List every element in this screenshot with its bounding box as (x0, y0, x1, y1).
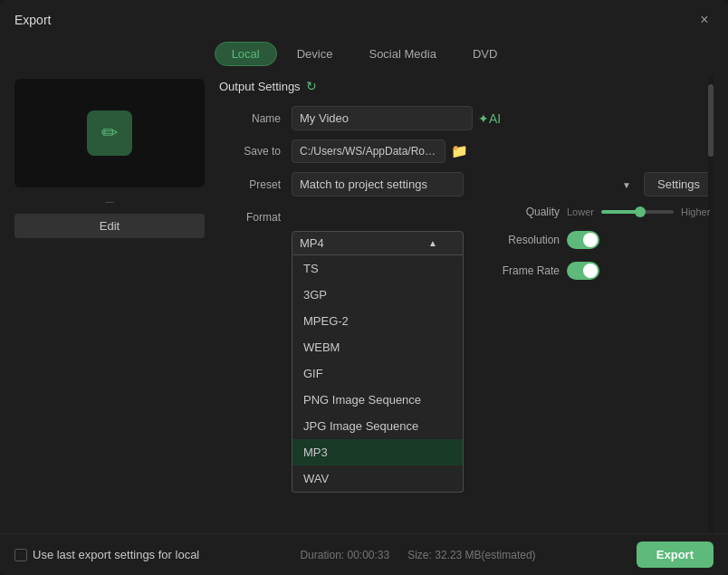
quality-label: Quality (487, 206, 560, 218)
settings-panel: Output Settings ↻ Name ✦AI Save to 📁 (219, 75, 714, 533)
format-dropdown-wrapper: MP4 ▲ TS 3GP MPEG-2 WEBM GIF PNG Image S… (292, 231, 464, 255)
format-row: Format MP4 ▲ TS 3GP MPEG-2 WEBM GIF (219, 206, 714, 280)
format-option-mpeg2[interactable]: MPEG-2 (292, 308, 463, 334)
scrollbar-track (708, 75, 714, 533)
format-label: Format (219, 206, 292, 224)
preset-select[interactable]: Match to project settings (292, 172, 464, 196)
resolution-label: Resolution (487, 234, 560, 246)
export-button[interactable]: Export (637, 541, 714, 568)
preview-icon: ✏ (87, 110, 132, 156)
tab-local[interactable]: Local (215, 42, 277, 66)
folder-icon[interactable]: 📁 (451, 143, 468, 159)
preview-box: ✏ (14, 79, 205, 187)
frame-rate-toggle[interactable] (567, 262, 599, 280)
save-to-row: Save to 📁 (219, 139, 714, 163)
content-area: ✏ — Edit Output Settings ↻ Name ✦AI (0, 75, 728, 533)
format-option-mp3[interactable]: MP3 (292, 439, 463, 465)
preset-row: Preset Match to project settings ▼ Setti… (219, 172, 714, 196)
frame-rate-label: Frame Rate (487, 264, 560, 277)
format-option-webm[interactable]: WEBM (292, 334, 463, 360)
preview-panel: ✏ — Edit (14, 75, 205, 533)
tab-bar: Local Device Social Media DVD (0, 36, 728, 75)
output-settings-header: Output Settings ↻ (219, 79, 714, 93)
name-row: Name ✦AI (219, 106, 714, 130)
format-option-png-seq[interactable]: PNG Image Sequence (292, 387, 463, 413)
export-window: Export × Local Device Social Media DVD ✏… (0, 0, 728, 575)
refresh-icon[interactable]: ↻ (306, 79, 317, 93)
format-control: MP4 ▲ TS 3GP MPEG-2 WEBM GIF PNG Image S… (292, 206, 714, 280)
format-option-ts[interactable]: TS (292, 255, 463, 282)
frame-rate-toggle-knob (583, 264, 598, 278)
last-export-label: Use last export settings for local (33, 548, 199, 561)
format-select-box[interactable]: MP4 ▲ (292, 231, 464, 255)
preset-arrow-icon: ▼ (622, 179, 631, 189)
last-export-checkbox[interactable] (14, 549, 27, 561)
format-option-gif[interactable]: GIF (292, 360, 463, 387)
quality-higher-label: Higher (681, 206, 710, 217)
format-dropdown-list: TS 3GP MPEG-2 WEBM GIF PNG Image Sequenc… (292, 255, 464, 493)
size-text: Size: 32.23 MB(estimated) (407, 549, 535, 561)
checkbox-row: Use last export settings for local (14, 548, 199, 561)
tab-dvd[interactable]: DVD (456, 42, 513, 66)
preset-control: Match to project settings ▼ Settings (292, 172, 714, 196)
format-option-wav[interactable]: WAV (292, 465, 463, 492)
window-title: Export (14, 13, 51, 27)
settings-button[interactable]: Settings (644, 172, 714, 196)
scrollbar-thumb[interactable] (708, 84, 714, 157)
preset-select-wrapper: Match to project settings ▼ (292, 172, 638, 196)
quality-slider[interactable] (601, 210, 674, 214)
save-to-input[interactable] (292, 139, 445, 163)
close-button[interactable]: × (695, 11, 714, 29)
format-option-3gp[interactable]: 3GP (292, 282, 463, 308)
save-to-label: Save to (219, 145, 292, 158)
resolution-toggle-knob (583, 233, 598, 247)
name-input[interactable] (292, 106, 473, 130)
title-bar: Export × (0, 0, 728, 36)
format-arrow-icon: ▲ (428, 238, 437, 248)
name-label: Name (219, 112, 292, 125)
bottom-info: Duration: 00:00:33 Size: 32.23 MB(estima… (300, 549, 535, 561)
save-to-control: 📁 (292, 139, 714, 163)
duration-text: Duration: 00:00:33 (300, 549, 389, 561)
name-control: ✦AI (292, 106, 714, 130)
format-value: MP4 (300, 236, 324, 250)
preview-label: — (14, 196, 205, 206)
quality-lower-label: Lower (567, 206, 594, 217)
preset-label: Preset (219, 178, 292, 191)
tab-device[interactable]: Device (281, 42, 350, 66)
resolution-toggle[interactable] (567, 231, 599, 249)
output-settings-label: Output Settings (219, 80, 301, 93)
edit-button[interactable]: Edit (14, 214, 205, 238)
bottom-bar: Use last export settings for local Durat… (0, 533, 728, 575)
format-option-jpg-seq[interactable]: JPG Image Sequence (292, 413, 463, 439)
right-labels: Quality Lower Higher Resolution (487, 206, 694, 280)
tab-social-media[interactable]: Social Media (352, 42, 452, 66)
ai-icon[interactable]: ✦AI (478, 111, 501, 126)
